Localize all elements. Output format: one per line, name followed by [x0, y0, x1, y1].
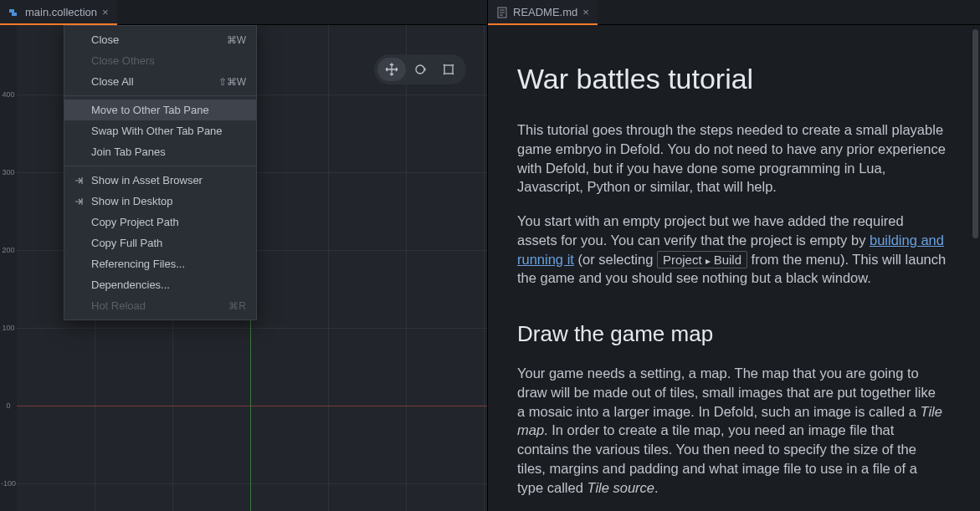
readme-paragraph: Your game needs a setting, a map. The ma…: [517, 364, 947, 497]
ruler-tick: 0: [0, 401, 17, 410]
menu-shortcut: ⇧⌘W: [218, 76, 246, 88]
menu-item-swap-with-other-tab-pane[interactable]: Swap With Other Tab Pane: [64, 120, 256, 141]
left-pane: main.collection × 400 300 200 100 0 -100: [0, 0, 488, 511]
ruler-tick: -100: [0, 479, 17, 488]
menu-separator: [64, 166, 256, 166]
gridline: [328, 25, 329, 511]
svg-rect-3: [444, 65, 453, 74]
collection-icon: [8, 7, 20, 18]
readme-paragraph: You start with an empty project but we h…: [517, 212, 947, 288]
gridline: [17, 483, 487, 484]
menu-item-label: Close All: [91, 75, 134, 88]
arrow-in-right-icon: [73, 175, 85, 187]
svg-point-2: [416, 65, 424, 74]
menu-item-join-tab-panes[interactable]: Join Tab Panes: [64, 141, 256, 162]
menu-item-label: Copy Project Path: [91, 216, 179, 228]
menu-item-label: Dependencies...: [91, 278, 170, 291]
menu-item-label: Show in Asset Browser: [91, 174, 203, 187]
arrow-in-right-icon: [73, 196, 85, 207]
scale-tool-button[interactable]: [434, 58, 463, 81]
menu-item-close-all[interactable]: Close All⇧⌘W: [64, 71, 256, 92]
menu-item-label: Referencing Files...: [91, 258, 185, 270]
ruler-tick: 300: [0, 168, 17, 176]
ruler-tick: 100: [0, 324, 17, 332]
menu-item-label: Move to Other Tab Pane: [91, 104, 209, 116]
gridline: [17, 328, 487, 329]
left-tabbar: main.collection ×: [0, 0, 487, 25]
markdown-file-icon: [496, 7, 508, 18]
menu-separator: [64, 95, 256, 96]
gridline: [484, 25, 485, 511]
menu-item-label: Copy Full Path: [91, 237, 162, 249]
rotate-tool-button[interactable]: [406, 58, 434, 81]
readme-em: Tile source: [587, 480, 654, 495]
ruler-tick: 200: [0, 246, 17, 254]
ruler-tick: 400: [0, 90, 17, 99]
svg-rect-1: [12, 13, 17, 16]
gridline: [406, 25, 407, 511]
chevron-right-icon: ▸: [705, 255, 711, 267]
menu-item-copy-full-path[interactable]: Copy Full Path: [64, 233, 256, 253]
tab-readme[interactable]: README.md ×: [488, 0, 598, 24]
menu-item-show-in-desktop[interactable]: Show in Desktop: [64, 191, 256, 212]
vertical-ruler: 400 300 200 100 0 -100: [0, 25, 17, 511]
x-axis: [17, 406, 487, 406]
menu-item-label: Close Others: [91, 54, 155, 67]
kbd-menu-path: Project▸Build: [657, 251, 747, 268]
menu-item-copy-project-path[interactable]: Copy Project Path: [64, 212, 256, 233]
readme-paragraph: This tutorial goes through the steps nee…: [517, 120, 947, 197]
viewport-toolbar: [374, 54, 466, 84]
right-pane: README.md × War battles tutorial This tu…: [488, 0, 980, 511]
menu-item-hot-reload: Hot Reload⌘R: [64, 295, 256, 316]
menu-item-dependencies[interactable]: Dependencies...: [64, 274, 256, 295]
move-tool-button[interactable]: [377, 58, 406, 81]
tab-main-collection[interactable]: main.collection ×: [0, 0, 117, 24]
menu-item-close-others: Close Others: [64, 50, 256, 71]
readme-h1: War battles tutorial: [517, 63, 947, 95]
menu-item-close[interactable]: Close⌘W: [64, 29, 256, 50]
close-icon[interactable]: ×: [582, 6, 589, 18]
menu-shortcut: ⌘W: [227, 34, 246, 46]
svg-rect-0: [9, 9, 14, 13]
menu-item-move-to-other-tab-pane[interactable]: Move to Other Tab Pane: [64, 100, 256, 120]
scrollbar[interactable]: [972, 29, 978, 238]
menu-item-label: Join Tab Panes: [91, 146, 166, 158]
menu-item-label: Close: [91, 33, 119, 46]
tab-context-menu: Close⌘WClose OthersClose All⇧⌘WMove to O…: [64, 25, 257, 320]
tab-label: README.md: [513, 6, 577, 18]
scene-editor[interactable]: 400 300 200 100 0 -100: [0, 25, 487, 511]
close-icon[interactable]: ×: [102, 6, 109, 18]
tab-label: main.collection: [25, 6, 97, 18]
menu-item-referencing-files[interactable]: Referencing Files...: [64, 253, 256, 274]
menu-item-show-in-asset-browser[interactable]: Show in Asset Browser: [64, 170, 256, 191]
readme-content[interactable]: War battles tutorial This tutorial goes …: [488, 25, 980, 511]
menu-shortcut: ⌘R: [228, 300, 246, 312]
menu-item-label: Hot Reload: [91, 299, 146, 312]
menu-item-label: Swap With Other Tab Pane: [91, 125, 223, 137]
readme-h2: Draw the game map: [517, 321, 947, 347]
menu-item-label: Show in Desktop: [91, 195, 173, 207]
right-tabbar: README.md ×: [488, 0, 980, 25]
